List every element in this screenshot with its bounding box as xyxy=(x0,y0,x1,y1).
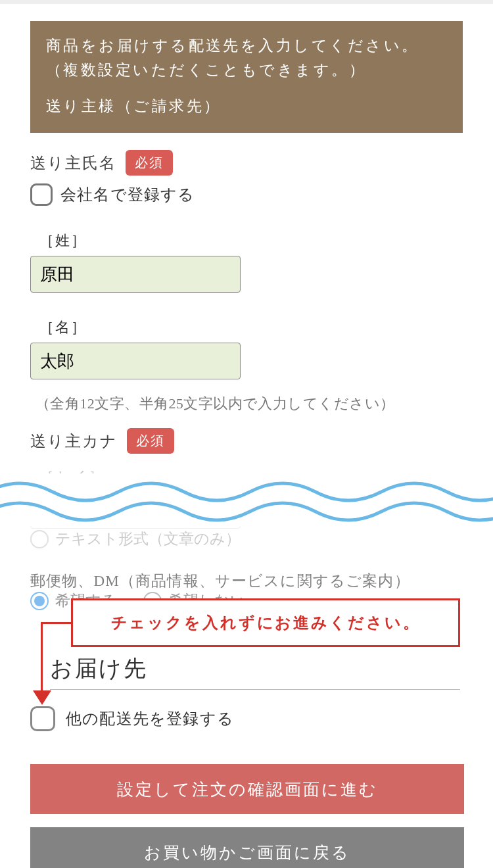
arrow-line xyxy=(41,622,72,624)
name-helper-text: （全角12文字、半角25文字以内で入力してください） xyxy=(35,394,463,414)
dm-label: 郵便物、DM（商品情報、サービスに関するご案内） xyxy=(30,571,410,591)
top-divider xyxy=(0,0,493,4)
sender-name-label: 送り主氏名 xyxy=(30,153,116,174)
required-badge: 必須 xyxy=(127,428,174,454)
sender-kana-label: 送り主カナ xyxy=(30,431,118,452)
proceed-button-label: 設定して注文の確認画面に進む xyxy=(117,779,378,800)
banner-text-1: 商品をお届けする配送先を入力してください。（複数設定いただくこともできます。） xyxy=(46,34,447,83)
back-button[interactable]: お買い物かご画面に戻る xyxy=(30,827,464,868)
banner-text-2: 送り主様（ご請求先） xyxy=(46,95,447,119)
wave-divider xyxy=(0,473,493,526)
dm-opt1-radio[interactable] xyxy=(30,592,49,610)
other-delivery-checkbox[interactable] xyxy=(30,706,55,731)
last-name-input[interactable] xyxy=(30,256,241,293)
company-name-checkbox-label: 会社名で登録する xyxy=(60,184,195,205)
callout-text: チェックを入れずにお進みください。 xyxy=(111,612,421,633)
format-option-label: テキスト形式（文章のみ） xyxy=(55,529,241,549)
other-delivery-checkbox-label: 他の配送先を登録する xyxy=(66,708,234,729)
arrow-head-icon xyxy=(33,690,51,705)
divider xyxy=(50,689,460,690)
arrow-line xyxy=(41,622,43,694)
first-name-input[interactable] xyxy=(30,343,241,379)
last-name-label: ［姓］ xyxy=(39,231,463,251)
instruction-banner: 商品をお届けする配送先を入力してください。（複数設定いただくこともできます。） … xyxy=(30,21,463,133)
instruction-callout: チェックを入れずにお進みください。 xyxy=(71,598,460,647)
delivery-section-title: お届け先 xyxy=(50,654,148,684)
first-name-label: ［名］ xyxy=(39,318,463,337)
back-button-label: お買い物かご画面に戻る xyxy=(144,842,350,863)
proceed-button[interactable]: 設定して注文の確認画面に進む xyxy=(30,764,464,814)
radio-icon[interactable] xyxy=(30,530,49,548)
format-option-row: テキスト形式（文章のみ） xyxy=(30,525,241,549)
company-name-checkbox[interactable] xyxy=(30,183,53,206)
required-badge: 必須 xyxy=(126,150,173,176)
